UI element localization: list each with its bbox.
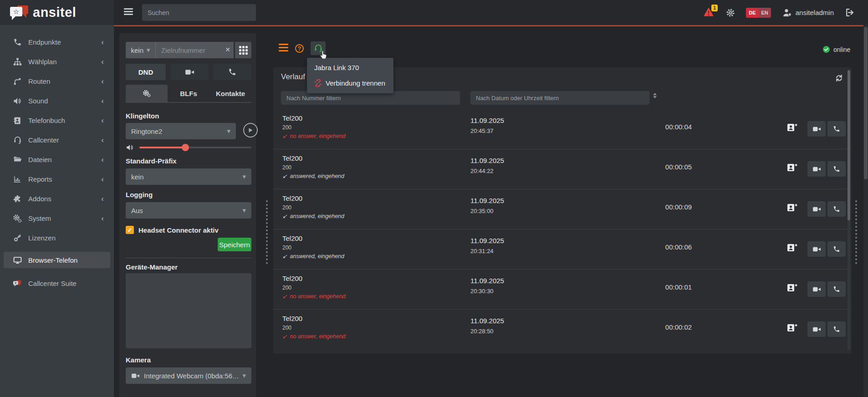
device-name: Jabra Link 370 (314, 64, 393, 71)
video-callback-button[interactable] (807, 201, 826, 217)
dnd-button[interactable]: DND (126, 64, 166, 80)
history-menu-hamburger-icon[interactable] (279, 44, 288, 53)
logout-button[interactable] (845, 8, 854, 17)
filter-datetime-input[interactable] (470, 91, 649, 105)
clear-input-icon[interactable]: ✕ (225, 46, 230, 53)
call-date: 11.09.2025 (470, 237, 504, 244)
audio-callback-button[interactable] (827, 321, 846, 337)
headset-connector-checkbox[interactable]: ✓ Headset Connector aktiv (126, 226, 219, 234)
chevron-left-icon: ‹ (101, 58, 104, 66)
tab-kontakte[interactable]: Kontakte (209, 85, 251, 102)
alerts-button[interactable]: 1 (703, 7, 715, 19)
add-contact-button[interactable] (787, 123, 797, 132)
sidebar-item-dateien[interactable]: Dateien ‹ (0, 150, 114, 169)
sidebar-item-system[interactable]: System ‹ (0, 209, 114, 228)
phone-handset-icon (833, 205, 840, 213)
page-scrollbar[interactable] (863, 25, 868, 397)
folder-open-icon (12, 154, 23, 165)
chevron-left-icon: ‹ (101, 38, 104, 46)
call-history-row: Tel200 200 ↙answered, eingehend 11.09.20… (273, 229, 852, 270)
prefix-select[interactable]: kein ▾ (126, 168, 251, 185)
call-duration: 00:00:04 (651, 123, 706, 131)
sidebar-item-lizenzen[interactable]: Lizenzen (0, 228, 114, 248)
phone-icon (12, 37, 23, 48)
audio-callback-button[interactable] (827, 281, 846, 297)
star-icon: ☆ (13, 8, 19, 15)
add-contact-icon (787, 163, 797, 172)
dial-prefix-select[interactable]: kein ▾ (126, 42, 156, 58)
audio-call-button[interactable] (213, 64, 251, 80)
sidebar-item-sound[interactable]: Sound ‹ (0, 91, 114, 111)
call-time: 20:35:00 (470, 208, 494, 214)
help-button[interactable]: ? (295, 44, 304, 53)
refresh-button[interactable] (835, 74, 843, 82)
video-callback-button[interactable] (807, 281, 826, 297)
user-menu[interactable]: ansiteladmin (782, 8, 834, 18)
add-contact-button[interactable] (787, 163, 797, 172)
sidebar-item-callcenter[interactable]: Callcenter ‹ (0, 130, 114, 150)
caller-number: 200 (282, 325, 291, 331)
spinner-up-icon[interactable] (653, 93, 657, 95)
ringtone-label: Klingelton (126, 112, 159, 120)
panel-resize-handle-right[interactable] (855, 200, 857, 264)
destination-number-input[interactable] (156, 42, 234, 58)
bar-chart-icon (12, 174, 23, 185)
save-button[interactable]: Speichern (218, 238, 251, 251)
caret-down-icon: ▾ (242, 206, 246, 214)
incoming-call-icon: ↙ (282, 132, 287, 139)
spinner-down-icon[interactable] (653, 96, 657, 98)
add-contact-button[interactable] (787, 243, 797, 252)
incoming-call-icon: ↙ (282, 213, 287, 219)
page-scrollbar-thumb[interactable] (864, 27, 868, 179)
video-callback-button[interactable] (807, 321, 826, 337)
audio-callback-button[interactable] (827, 161, 846, 177)
brand-logo[interactable]: ☆ ansitel (0, 0, 114, 25)
tab-blfs[interactable]: BLFs (168, 85, 209, 102)
add-contact-button[interactable] (787, 203, 797, 212)
datetime-spinner[interactable] (653, 93, 657, 98)
video-call-button[interactable] (170, 64, 209, 80)
logout-icon (845, 8, 854, 17)
sidebar-item-label: Dateien (28, 156, 52, 163)
chevron-left-icon: ‹ (101, 195, 104, 203)
lang-de-button[interactable]: DE (746, 8, 758, 18)
history-scrollbar-thumb[interactable] (848, 70, 850, 220)
chevron-left-icon: ‹ (101, 97, 104, 105)
status-online-label: online (833, 46, 850, 53)
audio-callback-button[interactable] (827, 241, 846, 257)
sidebar-item-reports[interactable]: Reports ‹ (0, 169, 114, 189)
logging-select[interactable]: Aus ▾ (126, 202, 251, 219)
caller-name: Tel200 (282, 234, 302, 242)
video-camera-icon (131, 372, 140, 379)
ringtone-select[interactable]: Ringtone2 ▾ (126, 123, 236, 139)
panel-resize-handle-left[interactable] (266, 200, 268, 264)
caller-number: 200 (282, 124, 291, 131)
volume-thumb[interactable] (182, 144, 189, 151)
camera-select[interactable]: Integrated Webcam (0bda:56… ▾ (126, 367, 251, 384)
lang-en-button[interactable]: EN (759, 8, 771, 18)
disconnect-menu-item[interactable]: Verbindung trennen (314, 79, 393, 87)
history-scrollbar[interactable] (848, 70, 850, 350)
video-camera-icon (185, 68, 194, 76)
dialpad-button[interactable] (235, 42, 251, 58)
audio-callback-button[interactable] (827, 201, 846, 217)
add-contact-button[interactable] (787, 323, 797, 332)
sidebar-item-browser-telefon[interactable]: Browser-Telefon (4, 252, 110, 268)
settings-gear-button[interactable] (726, 8, 735, 17)
sidebar-item-telefonbuch[interactable]: Telefonbuch ‹ (0, 111, 114, 130)
sidebar-toggle-hamburger-icon[interactable] (124, 8, 133, 16)
video-callback-button[interactable] (807, 241, 826, 257)
audio-callback-button[interactable] (827, 121, 846, 137)
sidebar-item-routen[interactable]: Routen ‹ (0, 71, 114, 91)
sidebar-item-addons[interactable]: Addons ‹ (0, 189, 114, 209)
search-input[interactable] (142, 4, 256, 21)
sidebar-item-callcenter-suite[interactable]: Callcenter Suite (0, 274, 114, 293)
add-contact-button[interactable] (787, 283, 797, 292)
video-callback-button[interactable] (807, 161, 826, 177)
sidebar-item-endpunkte[interactable]: Endpunkte ‹ (0, 32, 114, 52)
volume-slider[interactable] (139, 147, 251, 148)
tab-settings[interactable] (126, 85, 168, 102)
play-ringtone-button[interactable] (243, 123, 258, 137)
sidebar-item-waehlplan[interactable]: Wählplan ‹ (0, 52, 114, 71)
video-callback-button[interactable] (807, 121, 826, 137)
